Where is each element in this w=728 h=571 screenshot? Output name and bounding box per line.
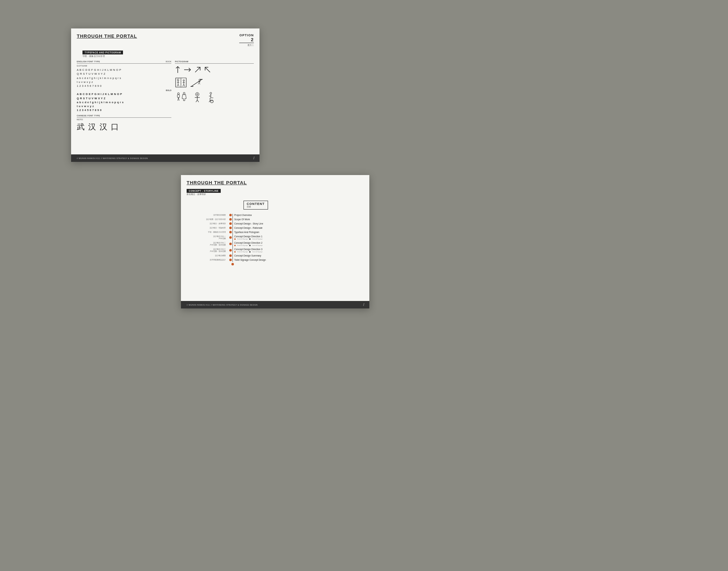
timeline-item: 洗手間範圖標誌設計Toilet Signage Concept Design: [187, 259, 364, 261]
timeline-item: 設計概念方向二 戶外范圍・室內范圍Concept Design Directio…: [187, 242, 364, 246]
chinese-chars: 武 汉 汉 口: [77, 122, 171, 132]
timeline-item: 設計概念方向三 戶外范圍・室內范圍Concept Design Directio…: [187, 248, 364, 253]
slide-1: THROUGH THE PORTAL OPTION 2 選方二 TYPEFACE…: [71, 28, 259, 162]
timeline-item: 設計概念・故事情節Concept Design - Story Line: [187, 222, 364, 225]
chinese-font-label: CHINESE FONT TYPE: [77, 115, 100, 117]
english-font-style: BOOK: [166, 60, 171, 63]
svg-line-21: [198, 83, 199, 84]
content-sublabel: 目錄: [247, 206, 265, 208]
svg-point-30: [183, 92, 185, 94]
timeline-right-text: Concept Design - Rationale: [234, 227, 263, 229]
svg-point-37: [210, 92, 212, 94]
alphabet-bold: A B C D E F G H I J K L M N O P Q R S T …: [77, 92, 171, 112]
chinese-font-name: NOTO: [77, 118, 171, 121]
svg-line-29: [178, 97, 179, 101]
arrow-icons-row: [175, 66, 254, 74]
concept-subtitle: 新造概念・故事情節: [187, 193, 364, 196]
svg-rect-27: [177, 95, 180, 97]
slide2-title: THROUGH THE PORTAL: [187, 180, 247, 185]
svg-line-2: [195, 67, 200, 72]
timeline-dot: [229, 249, 232, 252]
option-sub: 選方二: [247, 44, 254, 46]
slide1-header: THROUGH THE PORTAL OPTION 2 選方二: [71, 28, 259, 47]
timeline-left-text: 設計概念方向一 戶外范圍: [187, 236, 229, 240]
svg-line-3: [205, 67, 210, 72]
slide1-title: THROUGH THE PORTAL: [77, 33, 137, 39]
svg-text:▼: ▼: [178, 78, 180, 80]
title-prefix-s2: THROUGH: [187, 180, 214, 185]
english-font-label: ENGLISH FONT TYPE: [77, 60, 100, 63]
typeface-section: ENGLISH FONT TYPE BOOK GOTHAM A B C D E …: [77, 60, 171, 132]
timeline-right-text: Scope Of Work: [234, 218, 250, 221]
svg-line-36: [197, 100, 199, 102]
restroom-icons-row: [175, 91, 254, 104]
svg-line-18: [191, 79, 202, 86]
arrow-right-icon: [183, 66, 191, 74]
timeline-right-text: Toilet Signage Concept Design: [234, 259, 266, 261]
pictogram-label: PICTOGRAM: [175, 60, 254, 64]
timeline-item: 設計範圍・設計項目內容Scope Of Work: [187, 218, 364, 221]
escalator-icon: [190, 76, 203, 89]
concept-section-label: CONCEPT - STORYLINE: [187, 189, 221, 193]
option-number: 2: [239, 37, 254, 42]
timeline-right-text: Concept Design - Story Line: [234, 222, 263, 225]
slide1-footer: // WUHAN HANKOU K11 // WAYFINDING STRATE…: [71, 154, 259, 162]
timeline-left-text: 設計概念・理論框景: [187, 227, 229, 229]
footer-text-s2: // WUHAN HANKOU K11 // WAYFINDING STRATE…: [187, 304, 258, 306]
restroom-icon: [175, 91, 189, 104]
title-prefix: THROUGH: [77, 33, 104, 39]
footer-slash-s2: //: [363, 303, 364, 307]
timeline-item: 設計概念方向一 戶外范圍Concept Design Direction 1Ex…: [187, 235, 364, 240]
title-underline: THE PORTAL: [104, 33, 137, 39]
timeline-right-text: Concept Design Direction 3External Signa…: [234, 248, 263, 253]
accessible-icon: [205, 91, 216, 104]
svg-line-28: [178, 97, 178, 101]
slide-2: THROUGH THE PORTAL CONCEPT - STORYLINE 新…: [181, 175, 369, 308]
elevator-icon: ▲ ▼: [175, 76, 187, 89]
svg-line-14: [184, 84, 185, 86]
content-box: CONTENT 目錄: [243, 201, 268, 210]
option-badge: OPTION 2 選方二: [239, 33, 254, 47]
svg-point-11: [183, 80, 184, 81]
svg-point-32: [197, 94, 198, 95]
info-icon: [192, 91, 203, 104]
timeline-left-text: 設計概念方向二 戶外范圍・室內范圍: [187, 242, 229, 246]
timeline-dot: [229, 222, 232, 225]
timeline-right-text: Concept Design Direction 1External Signa…: [234, 235, 263, 240]
timeline-item: 洗手開項目概覽Project Overview: [187, 214, 364, 216]
timeline-left-text: 洗手間範圖標誌設計: [187, 259, 229, 261]
footer-slash: //: [253, 156, 254, 160]
timeline-left-text: 設計概念方向三 戶外范圍・室內范圍: [187, 248, 229, 253]
timeline-right-text: Typeface And Pictogram: [234, 231, 259, 233]
timeline-dot: [229, 227, 232, 229]
timeline-dot: [229, 243, 232, 245]
svg-line-40: [209, 101, 210, 102]
timeline-dot: [229, 254, 232, 257]
timeline-left-text: 設計範圍・設計項目內容: [187, 218, 229, 221]
timeline-dot: [229, 236, 232, 239]
svg-point-6: [177, 80, 179, 81]
svg-line-9: [178, 84, 179, 86]
timeline-dot: [229, 259, 232, 261]
slide2-body: CONTENT 目錄 洗手開項目概覽Project Overview設計範圍・設…: [181, 199, 369, 268]
elevator-icons-row: ▲ ▼: [175, 76, 254, 89]
svg-line-22: [199, 83, 200, 84]
svg-line-35: [196, 100, 197, 102]
svg-point-39: [210, 100, 213, 103]
timeline-item: 設計概念總覽Concept Design Summary: [187, 254, 364, 257]
svg-point-26: [178, 93, 180, 95]
timeline-right-text: Concept Design Direction 2External Signa…: [234, 242, 263, 246]
timeline-right-text: Project Overview: [234, 214, 252, 216]
timeline-item: 設計概念・理論框景Concept Design - Rationale: [187, 227, 364, 229]
svg-line-13: [183, 84, 184, 86]
arrow-up-icon: [175, 66, 181, 74]
title-underline-s2: THE PORTAL: [214, 180, 247, 185]
timeline-right-text: Concept Design Summary: [234, 254, 261, 257]
bold-label: BOLD: [77, 89, 171, 91]
timeline-dot: [229, 214, 232, 216]
svg-point-31: [196, 92, 199, 96]
timeline-bottom-dot: [231, 263, 234, 265]
timeline-dot: [229, 218, 232, 221]
section-subtitle: 字體・圖像及方向管理: [82, 55, 248, 58]
slide2-header: THROUGH THE PORTAL: [181, 175, 369, 185]
